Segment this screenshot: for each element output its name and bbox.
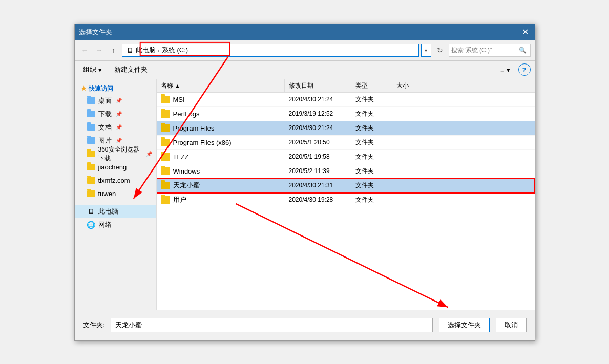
view-button[interactable]: ≡ ▾ <box>496 63 514 76</box>
back-button[interactable]: ← <box>79 44 91 56</box>
organize-label: 组织 <box>83 65 96 74</box>
sidebar-item-this-pc[interactable]: 🖥 此电脑 <box>75 205 156 218</box>
breadcrumb-bar[interactable]: 🖥 此电脑 › 系统 (C:) <box>122 44 419 57</box>
address-bar: ← → ↑ 🖥 此电脑 › 系统 (C:) ▾ ↻ 🔍 <box>75 40 535 61</box>
close-button[interactable]: ✕ <box>520 27 531 37</box>
sidebar-item-label: tuwen <box>98 190 116 198</box>
folder-label: 文件夹: <box>83 320 105 330</box>
computer-icon: 🖥 <box>127 46 134 54</box>
sidebar-item-label: 桌面 <box>98 96 112 105</box>
file-cell-date: 2020/5/1 20:50 <box>285 136 351 149</box>
sidebar-item-label: 360安全浏览器下载 <box>98 145 142 163</box>
file-cell-size <box>392 107 433 121</box>
forward-button[interactable]: → <box>93 44 106 56</box>
file-cell-size <box>392 193 433 207</box>
folder-icon <box>87 137 95 144</box>
file-cell-date: 2020/4/30 19:28 <box>285 193 351 207</box>
folder-icon <box>87 190 95 198</box>
folder-icon <box>87 124 95 131</box>
col-header-name[interactable]: 名称 ▲ <box>157 79 285 92</box>
organize-arrow: ▾ <box>98 66 102 74</box>
file-cell-name: Program Files <box>157 121 285 135</box>
sidebar-item-network[interactable]: 🌐 网络 <box>75 218 156 231</box>
sidebar-item-label: tlxmfz.com <box>98 177 130 184</box>
up-button[interactable]: ↑ <box>108 44 120 56</box>
star-icon: ★ <box>81 85 87 92</box>
sidebar-item-desktop[interactable]: 桌面 📌 <box>75 94 156 108</box>
main-area: ★ 快速访问 桌面 📌 下载 📌 文档 📌 图片 📌 <box>75 79 535 310</box>
search-box: 🔍 <box>449 44 531 57</box>
file-cell-date: 2020/4/30 21:31 <box>285 179 351 192</box>
search-input[interactable] <box>451 47 518 54</box>
sort-arrow: ▲ <box>175 83 180 89</box>
cancel-button[interactable]: 取消 <box>496 318 527 332</box>
file-cell-date: 2020/4/30 21:24 <box>285 121 351 135</box>
computer-icon: 🖥 <box>87 208 95 215</box>
new-folder-button[interactable]: 新建文件夹 <box>110 63 152 76</box>
toolbar: 组织 ▾ 新建文件夹 ≡ ▾ ? <box>75 61 535 79</box>
file-cell-type: 文件夹 <box>351 164 392 178</box>
file-cell-name: PerfLogs <box>157 107 285 121</box>
file-cell-name: 天龙小蜜 <box>157 179 285 192</box>
sidebar-item-downloads[interactable]: 下载 📌 <box>75 108 156 121</box>
sidebar: ★ 快速访问 桌面 📌 下载 📌 文档 📌 图片 📌 <box>75 79 157 310</box>
dialog: 选择文件夹 ✕ ← → ↑ 🖥 此电脑 › 系统 (C:) ▾ ↻ 🔍 组织 ▾… <box>74 24 535 341</box>
file-cell-name: 用户 <box>157 193 285 207</box>
file-item[interactable]: TLZZ 2020/5/1 19:58 文件夹 <box>157 150 535 164</box>
breadcrumb-drive[interactable]: 系统 (C:) <box>162 46 188 55</box>
file-cell-size <box>392 179 433 192</box>
address-dropdown[interactable]: ▾ <box>421 44 431 57</box>
pin-icon: 📌 <box>116 98 122 103</box>
search-icon[interactable]: 🔍 <box>518 45 528 55</box>
pin-icon: 📌 <box>116 124 122 130</box>
folder-icon <box>161 96 170 103</box>
file-list-header: 名称 ▲ 修改日期 类型 大小 <box>157 79 535 93</box>
folder-icon <box>87 164 95 171</box>
breadcrumb-this-pc[interactable]: 此电脑 <box>136 46 156 55</box>
select-folder-button[interactable]: 选择文件夹 <box>439 318 490 332</box>
sidebar-item-tlxmfz[interactable]: tlxmfz.com <box>75 174 156 187</box>
pin-icon: 📌 <box>146 151 152 157</box>
col-header-size[interactable]: 大小 <box>392 79 433 92</box>
folder-input[interactable] <box>111 318 432 332</box>
sidebar-item-tuwen[interactable]: tuwen <box>75 187 156 201</box>
file-item[interactable]: PerfLogs 2019/3/19 12:52 文件夹 <box>157 107 535 121</box>
file-item[interactable]: MSI 2020/4/30 21:24 文件夹 <box>157 93 535 107</box>
refresh-button[interactable]: ↻ <box>433 44 447 57</box>
file-cell-size <box>392 150 433 164</box>
file-item[interactable]: Program Files (x86) 2020/5/1 20:50 文件夹 <box>157 136 535 150</box>
file-item[interactable]: 用户 2020/4/30 19:28 文件夹 <box>157 193 535 207</box>
sidebar-item-documents[interactable]: 文档 📌 <box>75 121 156 134</box>
help-icon: ? <box>522 66 527 74</box>
sidebar-item-label: 下载 <box>98 110 112 119</box>
file-cell-type: 文件夹 <box>351 150 392 164</box>
folder-icon <box>161 167 170 175</box>
folder-icon <box>161 153 170 161</box>
file-cell-size <box>392 164 433 178</box>
col-header-date[interactable]: 修改日期 <box>285 79 351 92</box>
file-cell-name: Windows <box>157 164 285 178</box>
file-cell-size <box>392 121 433 135</box>
quick-access-title: ★ 快速访问 <box>75 81 156 94</box>
title-bar: 选择文件夹 ✕ <box>75 24 535 40</box>
sidebar-item-360[interactable]: 360安全浏览器下载 📌 <box>75 147 156 161</box>
file-cell-name: TLZZ <box>157 150 285 164</box>
folder-icon <box>87 97 95 104</box>
help-button[interactable]: ? <box>518 63 531 76</box>
folder-icon <box>87 151 95 158</box>
col-header-type[interactable]: 类型 <box>351 79 392 92</box>
folder-icon <box>161 124 170 132</box>
sidebar-item-label: jiaocheng <box>98 163 127 171</box>
file-item[interactable]: Windows 2020/5/2 11:39 文件夹 <box>157 164 535 179</box>
file-item-tianlongxiaomi[interactable]: 天龙小蜜 2020/4/30 21:31 文件夹 <box>157 179 535 193</box>
file-cell-type: 文件夹 <box>351 121 392 135</box>
file-cell-date: 2019/3/19 12:52 <box>285 107 351 121</box>
sidebar-item-label: 此电脑 <box>98 207 118 216</box>
file-cell-name: Program Files (x86) <box>157 136 285 149</box>
file-cell-size <box>392 136 433 149</box>
file-cell-date: 2020/5/1 19:58 <box>285 150 351 164</box>
organize-button[interactable]: 组织 ▾ <box>79 63 106 76</box>
file-cell-size <box>392 93 433 106</box>
file-item[interactable]: Program Files 2020/4/30 21:24 文件夹 <box>157 121 535 136</box>
file-cell-type: 文件夹 <box>351 107 392 121</box>
